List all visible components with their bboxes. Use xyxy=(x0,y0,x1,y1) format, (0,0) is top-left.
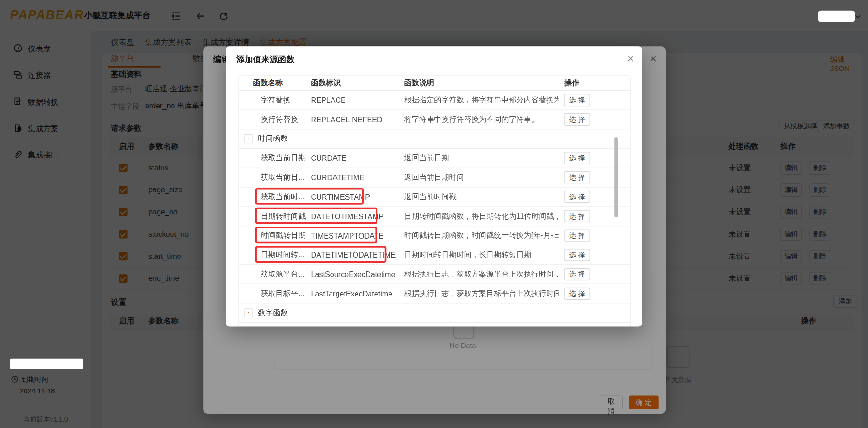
select-button[interactable]: 选 择 xyxy=(564,152,590,164)
function-row: 获取目标平... LastTargetExecDatetime 根据执行日志，获… xyxy=(239,284,630,304)
function-row: 换行符替换 REPLACELINEFEED 将字符串中换行符替换为不同的字符串。… xyxy=(239,110,630,130)
function-id: LastSourceExecDatetime xyxy=(311,270,404,278)
select-button[interactable]: 选 择 xyxy=(564,249,590,261)
collapse-toggle-icon[interactable]: - xyxy=(244,308,253,317)
red-highlight-box xyxy=(255,246,386,263)
select-button[interactable]: 选 择 xyxy=(564,268,590,280)
redacted-username xyxy=(818,11,855,22)
close-icon[interactable]: ✕ xyxy=(626,55,635,63)
red-highlight-box xyxy=(255,227,377,243)
function-desc: 日期转时间戳函数，将日期转化为11位时间戳，例... xyxy=(404,211,559,221)
function-row-highlighted: 时间戳转日期 TIMESTAMPTODATE 时间戳转日期函数，时间戳统一转换为… xyxy=(239,226,630,245)
function-row-highlighted: 日期时间转... DATETIMETODATETIME 日期时间转日期时间，长日… xyxy=(239,245,630,265)
col-action: 操作 xyxy=(559,78,630,88)
function-table: 函数名称 函数标识 函数说明 操作 字符替换 REPLACE 根据指定的字符数，… xyxy=(238,75,630,326)
group-name: 时间函数 xyxy=(258,134,287,144)
modal-title: 添加值来源函数 xyxy=(236,54,294,65)
scrollbar-thumb[interactable] xyxy=(614,137,618,217)
function-desc: 返回当前时间戳 xyxy=(404,192,559,201)
function-group-row: - 数字函数 xyxy=(239,303,630,323)
select-button[interactable]: 选 择 xyxy=(564,210,590,222)
function-name: 字符替换 xyxy=(239,95,311,105)
function-row-highlighted: 获取当前时... CURTIMESTAMP 返回当前时间戳 选 择 xyxy=(239,188,630,207)
collapse-toggle-icon[interactable]: - xyxy=(244,134,253,143)
red-highlight-box xyxy=(255,208,377,224)
select-button[interactable]: 选 择 xyxy=(564,288,590,300)
function-desc: 时间戳转日期函数，时间戳统一转换为[年-月-日 时:... xyxy=(404,231,559,240)
function-id: REPLACE xyxy=(311,96,404,104)
function-desc: 返回当前日期时间 xyxy=(404,172,559,182)
function-row: 字符替换 REPLACE 根据指定的字符数，将字符串中部分内容替换为不... 选… xyxy=(239,91,630,110)
table-header: 函数名称 函数标识 函数说明 操作 xyxy=(239,76,630,91)
select-button[interactable]: 选 择 xyxy=(564,94,590,106)
select-button[interactable]: 选 择 xyxy=(564,171,590,183)
function-desc: 根据执行日志，获取方案目标平台上次执行时间,获... xyxy=(404,289,559,298)
select-button[interactable]: 选 择 xyxy=(564,229,590,241)
function-id: CURDATETIME xyxy=(311,173,404,182)
function-row: 获取当前日期 CURDATE 返回当前日期 选 择 xyxy=(239,149,630,168)
redacted-company xyxy=(10,359,83,369)
function-row-highlighted: 日期转时间戳 DATETOTIMESTAMP 日期转时间戳函数，将日期转化为11… xyxy=(239,207,630,227)
function-row: 获取当前日... CURDATETIME 返回当前日期时间 选 择 xyxy=(239,168,630,188)
function-desc: 根据指定的字符数，将字符串中部分内容替换为不... xyxy=(404,95,559,105)
function-name: 获取目标平... xyxy=(239,289,311,298)
col-function-name: 函数名称 xyxy=(239,78,311,88)
function-row: 获取源平台... LastSourceExecDatetime 根据执行日志，获… xyxy=(239,265,630,284)
function-desc: 返回当前日期 xyxy=(404,153,559,163)
function-id: REPLACELINEFEED xyxy=(311,115,404,124)
function-group-row: - 时间函数 xyxy=(239,129,630,149)
add-value-source-function-modal: 添加值来源函数 ✕ 函数名称 函数标识 函数说明 操作 字符替换 REPLACE… xyxy=(226,46,642,326)
function-desc: 将字符串中换行符替换为不同的字符串。 xyxy=(404,114,559,124)
function-name: 获取当前日... xyxy=(239,172,311,182)
screen: PAPABEAR 小懿互联集成平台 仪表盘 连接器 数 xyxy=(0,0,868,428)
function-name: 获取源平台... xyxy=(239,269,311,279)
function-row: 四舍五入 ROUND 将数字四舍五入到指定的位数 选 择 xyxy=(239,323,630,326)
function-name: 获取当前日期 xyxy=(239,153,311,163)
function-id: LastTargetExecDatetime xyxy=(311,290,404,298)
select-button[interactable]: 选 择 xyxy=(564,191,590,203)
function-desc: 根据执行日志，获取方案源平台上次执行时间，获... xyxy=(404,269,559,279)
group-name: 数字函数 xyxy=(258,308,287,318)
select-button[interactable]: 选 择 xyxy=(564,113,590,126)
col-function-id: 函数标识 xyxy=(311,78,404,88)
red-highlight-box xyxy=(255,188,364,205)
function-desc: 日期时间转日期时间，长日期转短日期 xyxy=(404,250,559,260)
function-name: 换行符替换 xyxy=(239,114,311,124)
col-function-desc: 函数说明 xyxy=(404,78,559,88)
function-id: CURDATE xyxy=(311,154,404,162)
